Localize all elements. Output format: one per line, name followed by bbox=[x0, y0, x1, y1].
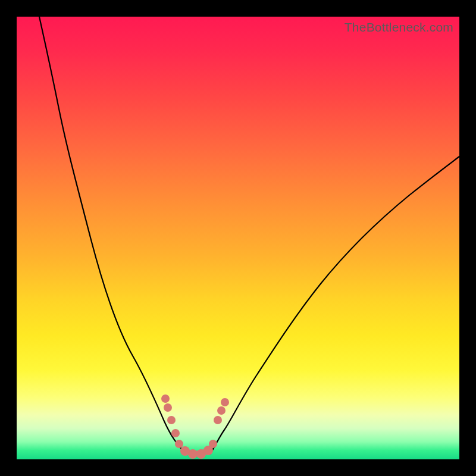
svg-point-6 bbox=[161, 394, 170, 403]
right-curve bbox=[210, 156, 459, 454]
plot-area: TheBottleneck.com bbox=[17, 17, 459, 459]
left-curve bbox=[39, 17, 186, 454]
svg-point-9 bbox=[171, 429, 180, 437]
svg-point-12 bbox=[221, 398, 229, 406]
curve-layer bbox=[17, 17, 459, 459]
trough-blob bbox=[175, 440, 217, 459]
svg-point-10 bbox=[214, 416, 222, 424]
svg-point-8 bbox=[167, 416, 176, 424]
svg-point-11 bbox=[217, 406, 226, 415]
chart-frame: TheBottleneck.com bbox=[0, 0, 476, 476]
highlight-dots bbox=[161, 394, 229, 437]
svg-point-7 bbox=[164, 403, 172, 412]
